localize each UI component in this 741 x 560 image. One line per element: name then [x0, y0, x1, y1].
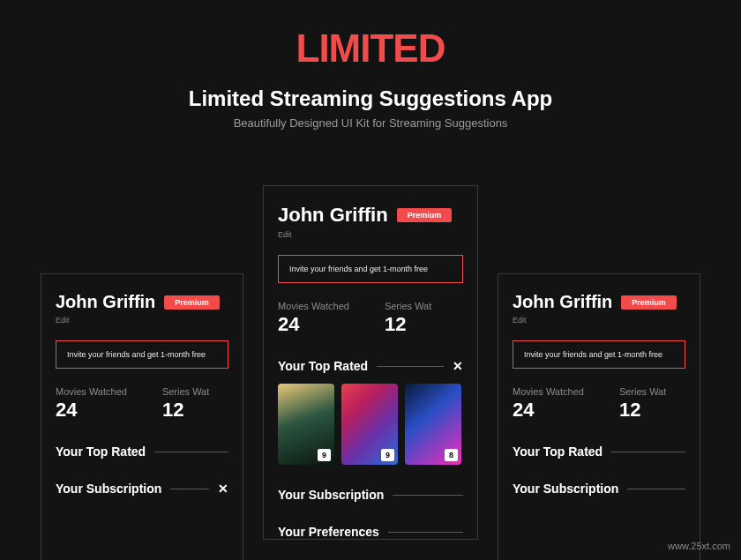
section-divider [627, 489, 685, 489]
section-title: Your Subscription [56, 482, 161, 496]
section-divider [388, 532, 463, 533]
invite-banner[interactable]: Invite your friends and get 1-month free [513, 340, 685, 369]
stat-series-label: Series Wat [619, 386, 666, 397]
stat-series-value: 12 [162, 399, 209, 422]
watermark: www.25xt.com [668, 541, 730, 551]
edit-link[interactable]: Edit [56, 316, 228, 325]
stat-movies-label: Movies Watched [513, 386, 584, 397]
section-subscription[interactable]: Your Subscription ✕ [56, 482, 228, 496]
user-name: John Griffin [513, 292, 612, 312]
stat-movies: Movies Watched 24 [513, 386, 584, 422]
stat-series-value: 12 [619, 399, 666, 422]
stat-series-label: Series Wat [385, 301, 431, 311]
stats-row: Movies Watched 24 Series Wat 12 [56, 386, 228, 422]
section-divider [377, 366, 444, 367]
invite-banner[interactable]: Invite your friends and get 1-month free [278, 255, 463, 283]
stat-movies: Movies Watched 24 [278, 301, 349, 336]
poster-row: 9 9 8 [278, 384, 463, 465]
stat-series-value: 12 [385, 313, 431, 336]
section-top-rated[interactable]: Your Top Rated ✕ [278, 359, 463, 373]
profile-card-left: John Griffin Premium Edit Invite your fr… [41, 273, 243, 560]
stat-series-label: Series Wat [162, 386, 209, 397]
user-row: John Griffin Premium [56, 292, 228, 312]
section-divider [170, 489, 209, 489]
stat-movies-value: 24 [513, 399, 584, 422]
user-name: John Griffin [278, 204, 388, 227]
profile-card-center: John Griffin Premium Edit Invite your fr… [263, 185, 478, 540]
stats-row: Movies Watched 24 Series Wat 12 [513, 386, 685, 422]
premium-badge: Premium [397, 208, 453, 222]
stat-series: Series Wat 12 [619, 386, 666, 422]
rating-badge: 9 [318, 449, 331, 461]
section-title: Your Top Rated [56, 444, 146, 459]
profile-card-right: John Griffin Premium Edit Invite your fr… [498, 273, 700, 560]
user-row: John Griffin Premium [513, 292, 685, 312]
user-name: John Griffin [56, 292, 155, 312]
stat-movies-label: Movies Watched [56, 386, 127, 397]
close-icon[interactable]: ✕ [218, 482, 228, 496]
section-title: Your Subscription [513, 482, 618, 496]
section-divider [393, 495, 463, 496]
stat-movies-value: 24 [56, 399, 127, 422]
section-subscription[interactable]: Your Subscription [278, 488, 463, 502]
rating-badge: 9 [381, 449, 394, 461]
stat-movies-value: 24 [278, 313, 349, 336]
edit-link[interactable]: Edit [513, 316, 685, 325]
poster-item[interactable]: 8 [405, 384, 461, 465]
section-title: Your Top Rated [278, 359, 368, 373]
header: LIMITED Limited Streaming Suggestions Ap… [0, 0, 741, 130]
section-title: Your Preferences [278, 525, 379, 539]
poster-item[interactable]: 9 [341, 384, 398, 465]
section-title: Your Subscription [278, 488, 384, 502]
section-title: Your Top Rated [513, 444, 603, 459]
section-top-rated[interactable]: Your Top Rated [513, 444, 685, 459]
user-row: John Griffin Premium [278, 204, 463, 227]
premium-badge: Premium [621, 295, 677, 310]
stats-row: Movies Watched 24 Series Wat 12 [278, 301, 463, 336]
stat-series: Series Wat 12 [162, 386, 209, 422]
section-top-rated[interactable]: Your Top Rated [56, 444, 228, 459]
premium-badge: Premium [164, 295, 220, 310]
section-divider [154, 452, 228, 452]
cards-row: John Griffin Premium Edit Invite your fr… [0, 273, 741, 560]
brand-logo: LIMITED [0, 26, 741, 71]
stat-series: Series Wat 12 [385, 301, 431, 336]
section-divider [611, 452, 685, 452]
section-preferences[interactable]: Your Preferences [278, 525, 463, 539]
section-subscription[interactable]: Your Subscription [513, 482, 685, 496]
page-title: Limited Streaming Suggestions App [0, 86, 741, 111]
rating-badge: 8 [445, 449, 458, 461]
close-icon[interactable]: ✕ [453, 359, 463, 373]
invite-banner[interactable]: Invite your friends and get 1-month free [56, 340, 228, 369]
page-subtitle: Beautifully Designed UI Kit for Streamin… [0, 116, 741, 130]
stat-movies-label: Movies Watched [278, 301, 349, 311]
stat-movies: Movies Watched 24 [56, 386, 127, 422]
edit-link[interactable]: Edit [278, 230, 463, 239]
poster-item[interactable]: 9 [278, 384, 334, 465]
